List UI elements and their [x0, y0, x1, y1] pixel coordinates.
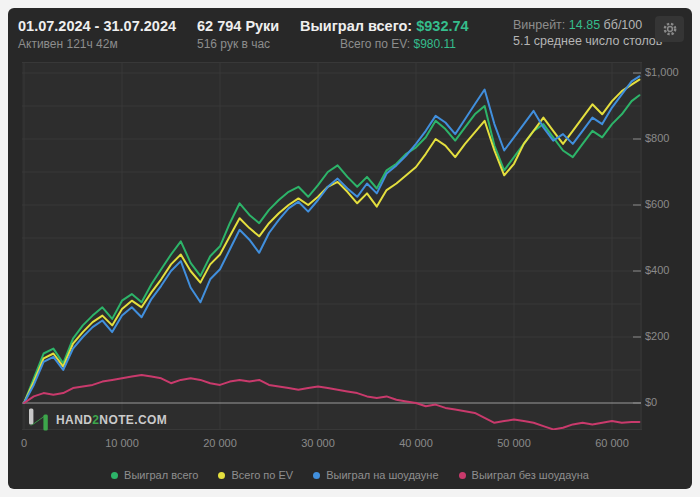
- ev-value: $980.11: [414, 37, 457, 51]
- legend-dot-icon: [111, 472, 118, 479]
- hands-total: 62 794 Руки: [197, 17, 279, 36]
- hands-per-hour: 516 рук в час: [197, 36, 279, 52]
- x-axis-label: 10 000: [87, 437, 157, 449]
- watermark-text: HAND2NOTE.COM: [56, 413, 167, 427]
- hand2note-watermark: HAND2NOTE.COM: [28, 407, 167, 432]
- header-session-period: 01.07.2024 - 31.07.2024 Активен 121ч 42м: [18, 17, 176, 52]
- legend-label: Выиграл без шоудауна: [472, 469, 589, 481]
- x-axis-label: 20 000: [185, 437, 255, 449]
- watermark-note: NOTE.COM: [99, 413, 167, 427]
- header-winrate: Винрейт: 14.85 бб/100 5.1 среднее число …: [513, 17, 662, 49]
- legend-label: Выиграл на шоудауне: [326, 469, 438, 481]
- date-range: 01.07.2024 - 31.07.2024: [18, 17, 176, 36]
- legend-dot-icon: [459, 472, 466, 479]
- x-axis-label: 0: [0, 437, 59, 449]
- x-axis-label: 50 000: [479, 437, 549, 449]
- chart-legend: Выиграл всегоВсего по EVВыиграл на шоуда…: [8, 469, 692, 481]
- watermark-hand: HAND: [56, 413, 92, 427]
- legend-dot-icon: [218, 472, 225, 479]
- x-axis-label: 40 000: [381, 437, 451, 449]
- gear-icon: [662, 21, 678, 37]
- stats-panel: 01.07.2024 - 31.07.2024 Активен 121ч 42м…: [8, 8, 692, 489]
- ev-total: Всего по EV: $980.11: [300, 36, 456, 52]
- header-winnings: Выиграл всего: $932.74 Всего по EV: $980…: [300, 17, 456, 52]
- y-axis-label: $400: [645, 264, 693, 276]
- settings-button[interactable]: [655, 16, 684, 42]
- legend-item-0[interactable]: Выиграл всего: [111, 469, 198, 481]
- x-axis-label: 60 000: [577, 437, 647, 449]
- hand2note-logo-icon: [28, 407, 49, 432]
- y-axis-label: $1,000: [645, 66, 693, 78]
- legend-item-3[interactable]: Выиграл без шоудауна: [459, 469, 589, 481]
- legend-label: Выиграл всего: [124, 469, 198, 481]
- winrate-unit: бб/100: [604, 18, 643, 32]
- winrate-value: 14.85: [569, 18, 600, 32]
- won-total: Выиграл всего: $932.74: [300, 17, 456, 36]
- y-axis-label: $600: [645, 198, 693, 210]
- winnings-chart[interactable]: [22, 62, 642, 430]
- avg-tables: 5.1 среднее число столов: [513, 33, 662, 49]
- y-axis-label: $800: [645, 132, 693, 144]
- winrate-label: Винрейт:: [513, 18, 565, 32]
- x-axis-label: 30 000: [283, 437, 353, 449]
- active-time: Активен 121ч 42м: [18, 36, 176, 52]
- chart-background: [22, 62, 642, 430]
- won-label: Выиграл всего:: [300, 18, 412, 34]
- legend-dot-icon: [313, 472, 320, 479]
- legend-item-2[interactable]: Выиграл на шоудауне: [313, 469, 438, 481]
- winrate-row: Винрейт: 14.85 бб/100: [513, 17, 662, 33]
- legend-label: Всего по EV: [231, 469, 293, 481]
- legend-item-1[interactable]: Всего по EV: [218, 469, 293, 481]
- won-value: $932.74: [416, 18, 468, 34]
- header-hands: 62 794 Руки 516 рук в час: [197, 17, 279, 52]
- y-axis-label: $0: [645, 396, 693, 408]
- y-axis-label: $200: [645, 330, 693, 342]
- ev-label: Всего по EV:: [340, 37, 410, 51]
